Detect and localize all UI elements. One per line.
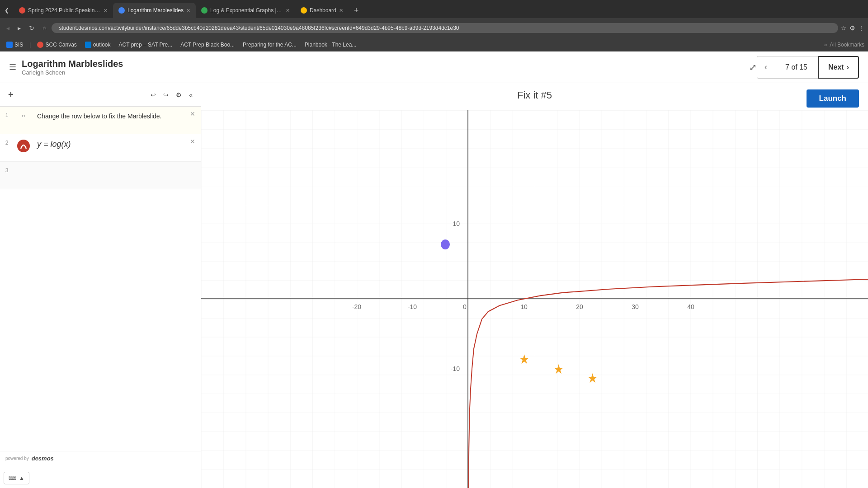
prev-button[interactable]: ‹ (757, 56, 774, 79)
collapse-button[interactable]: « (186, 89, 195, 101)
note-close-button[interactable]: ✕ (184, 107, 201, 121)
settings-button[interactable]: ⚙ (173, 89, 184, 101)
bookmark-actblack-label: ACT Prep Black Boo... (180, 42, 235, 48)
bookmark-canvas-label: SCC Canvas (45, 42, 76, 48)
bookmark-actprep-label: ACT prep – SAT Pre... (119, 42, 173, 48)
refresh-button[interactable]: ↻ (26, 23, 37, 33)
tab-close-dashboard[interactable]: ✕ (339, 8, 343, 14)
hamburger-icon[interactable]: ☰ (9, 62, 16, 72)
nav-controls: ‹ 7 of 15 Next › (757, 56, 859, 79)
x-label-20: 20 (576, 303, 583, 310)
tab-title-spring: Spring 2024 Public Speaking (C... (28, 7, 101, 14)
bookmark-canvas[interactable]: SCC Canvas (34, 41, 79, 49)
tab-title-log: Logarithm Marbleslides (127, 7, 184, 14)
app: ☰ Logarithm Marbleslides Carleigh Schoen… (0, 52, 868, 488)
keyboard-button[interactable]: ⌨ ▲ (4, 472, 29, 484)
bookmark-outlook-icon (85, 42, 91, 48)
x-label-neg20: -20 (352, 303, 361, 310)
tab-favicon-spring (19, 7, 25, 14)
graph-canvas: -20 -10 0 10 20 30 40 10 -10 (201, 110, 868, 488)
keyboard-area: ⌨ ▲ (0, 465, 201, 488)
bookmarks-more[interactable]: » (824, 42, 827, 48)
star-1: ★ (519, 352, 529, 366)
grid-background (201, 110, 868, 488)
bookmark-preparing-label: Preparing for the AC... (243, 42, 297, 48)
all-bookmarks[interactable]: All Bookmarks (830, 42, 864, 48)
tab-close-logexp[interactable]: ✕ (286, 8, 290, 14)
bookmark-outlook-label: outlook (93, 42, 111, 48)
tab-spring[interactable]: Spring 2024 Public Speaking (C... ✕ (14, 3, 113, 18)
launch-button[interactable]: Launch (807, 89, 859, 108)
desmos-icon (15, 138, 32, 154)
bookmark-canvas-icon (37, 42, 43, 48)
tab-favicon-dashboard (301, 7, 307, 14)
star-icon[interactable]: ☆ (841, 24, 847, 32)
url-text: student.desmos.com/activitybuilder/insta… (59, 25, 459, 31)
item-number-1: 1 (0, 107, 14, 124)
left-panel: + ↩ ↪ ⚙ « 1 " Change the row below to fi… (0, 83, 201, 488)
star-2: ★ (553, 362, 564, 376)
nav-bar: ◂ ▸ ↻ ⌂ student.desmos.com/activitybuild… (0, 18, 868, 38)
formula-close-button[interactable]: ✕ (184, 134, 201, 149)
x-label-30: 30 (632, 303, 639, 310)
bookmark-sis[interactable]: SIS (4, 41, 26, 49)
panel-toolbar: + ↩ ↪ ⚙ « (0, 83, 201, 107)
keyboard-icon: ⌨ (9, 475, 16, 481)
toolbar-right: ↩ ↪ ⚙ « (148, 89, 195, 101)
bookmark-planbook-label: Planbook - The Lea... (305, 42, 357, 48)
graph-title: Fix it #5 (201, 83, 868, 101)
bookmark-actprep[interactable]: ACT prep – SAT Pre... (116, 41, 175, 49)
url-bar[interactable]: student.desmos.com/activitybuilder/insta… (52, 23, 838, 33)
tab-close-spring[interactable]: ✕ (104, 8, 108, 14)
tab-controls: ❮ (0, 3, 14, 18)
page-counter: 7 of 15 (774, 56, 818, 79)
app-title-block: Logarithm Marbleslides Carleigh Schoen (22, 59, 740, 76)
keyboard-expand-icon: ▲ (19, 475, 24, 481)
new-tab-button[interactable]: + (349, 6, 364, 15)
x-label-0: 0 (463, 303, 467, 310)
tab-bar: ❮ Spring 2024 Public Speaking (C... ✕ Lo… (0, 0, 868, 18)
extensions-icon[interactable]: ⚙ (849, 24, 855, 32)
next-label: Next (828, 63, 844, 71)
add-row-button[interactable]: + (5, 87, 16, 103)
tab-title-dashboard: Dashboard (310, 7, 336, 14)
bookmarks-bar: SIS | SCC Canvas outlook ACT prep – SAT … (0, 38, 868, 52)
x-label-10: 10 (520, 303, 528, 310)
graph-area: Fix it #5 Launch (201, 83, 868, 488)
bookmark-preparing[interactable]: Preparing for the AC... (240, 41, 299, 49)
fullscreen-icon[interactable]: ⤢ (749, 62, 757, 73)
menu-icon[interactable]: ⋮ (858, 24, 864, 32)
app-subtitle: Carleigh Schoen (22, 69, 740, 76)
y-label-10: 10 (453, 220, 460, 228)
item-number-3: 3 (0, 162, 14, 179)
tab-title-logexp: Log & Exponential Graphs | De... (210, 7, 283, 14)
svg-point-0 (17, 140, 30, 152)
graph-svg: -20 -10 0 10 20 30 40 10 -10 (201, 110, 868, 488)
tab-left-btn[interactable]: ❮ (3, 5, 11, 15)
tab-favicon-log (118, 7, 125, 14)
undo-button[interactable]: ↩ (148, 89, 159, 101)
formula-display: y = log(x) (37, 140, 71, 149)
panel-item-empty: 3 (0, 162, 201, 189)
star-3: ★ (587, 371, 598, 385)
panel-item-note: 1 " Change the row below to fix the Marb… (0, 107, 201, 134)
tab-close-log[interactable]: ✕ (186, 8, 190, 14)
tab-logarithm[interactable]: Logarithm Marbleslides ✕ (113, 3, 196, 18)
panel-item-formula[interactable]: 2 y = log(x) ✕ (0, 134, 201, 162)
tab-dashboard[interactable]: Dashboard ✕ (295, 3, 349, 18)
back-button[interactable]: ◂ (4, 23, 12, 33)
tab-logexp[interactable]: Log & Exponential Graphs | De... ✕ (196, 3, 295, 18)
desmos-brand: desmos (32, 455, 54, 462)
formula-content[interactable]: y = log(x) (33, 134, 184, 161)
bookmark-planbook[interactable]: Planbook - The Lea... (302, 41, 359, 49)
bookmark-actblack[interactable]: ACT Prep Black Boo... (178, 41, 237, 49)
note-content: Change the row below to fix the Marblesl… (33, 107, 184, 134)
forward-button[interactable]: ▸ (15, 23, 24, 33)
home-button[interactable]: ⌂ (40, 23, 49, 33)
next-button[interactable]: Next › (818, 56, 859, 79)
powered-by-text: powered by (5, 456, 29, 461)
redo-button[interactable]: ↪ (160, 89, 171, 101)
bookmark-sis-label: SIS (14, 42, 23, 48)
bookmark-outlook[interactable]: outlook (82, 41, 113, 49)
next-chevron-icon: › (847, 63, 849, 71)
